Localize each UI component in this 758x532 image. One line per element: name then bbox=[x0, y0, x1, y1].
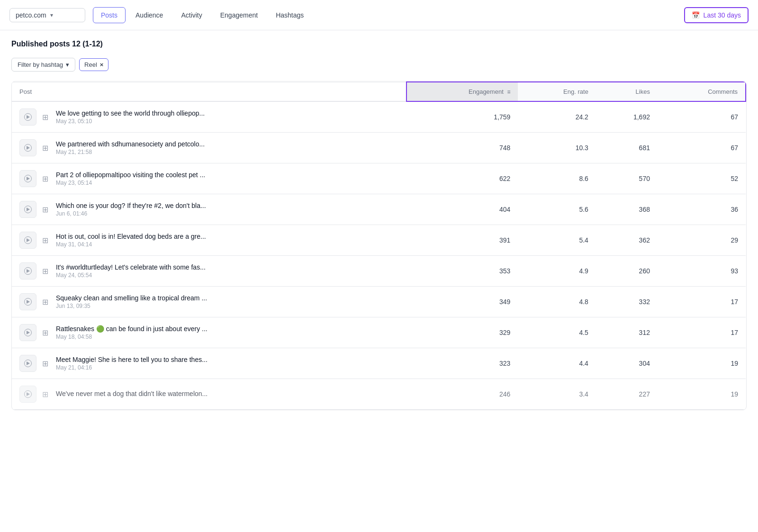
tab-engagement[interactable]: Engagement bbox=[212, 7, 266, 23]
app-container: petco.com ▾ Posts Audience Activity Enga… bbox=[0, 0, 758, 532]
post-date-7: May 18, 04:58 bbox=[56, 334, 208, 340]
post-date-3: Jun 6, 01:46 bbox=[56, 210, 206, 217]
post-text-2: Part 2 of olliepopmaltipoo visiting the … bbox=[56, 171, 205, 179]
post-thumbnail-7 bbox=[19, 324, 36, 341]
post-cell-1: ⊞ We partnered with sdhumanesociety and … bbox=[12, 133, 406, 163]
post-date-2: May 23, 05:14 bbox=[56, 180, 205, 186]
table-row[interactable]: ⊞ It's #worldturtleday! Let's celebrate … bbox=[12, 256, 746, 287]
date-filter-button[interactable]: 📅 Last 30 days bbox=[684, 7, 749, 23]
post-engagement-6: 349 bbox=[406, 287, 518, 317]
post-cell-2: ⊞ Part 2 of olliepopmaltipoo visiting th… bbox=[12, 163, 406, 194]
table-row[interactable]: ⊞ We've never met a dog that didn't like… bbox=[12, 379, 746, 410]
post-likes-0: 1,692 bbox=[596, 101, 658, 133]
post-eng-rate-2: 8.6 bbox=[518, 163, 596, 194]
post-thumbnail-3 bbox=[19, 201, 36, 218]
posts-table: Post Engagement ≡ Eng. rate Likes bbox=[12, 81, 746, 410]
post-cell-8: ⊞ Meet Maggie! She is here to tell you t… bbox=[12, 348, 406, 379]
post-cell-5: ⊞ It's #worldturtleday! Let's celebrate … bbox=[12, 256, 406, 287]
table-row[interactable]: ⊞ Hot is out, cool is in! Elevated dog b… bbox=[12, 225, 746, 256]
col-header-eng-rate[interactable]: Eng. rate bbox=[518, 82, 596, 101]
section-title: Published posts 12 (1-12) bbox=[11, 40, 747, 48]
post-likes-8: 304 bbox=[596, 348, 658, 379]
post-text-8: Meet Maggie! She is here to tell you to … bbox=[56, 356, 208, 363]
post-thumbnail-1 bbox=[19, 139, 36, 156]
post-date-5: May 24, 05:54 bbox=[56, 272, 206, 279]
play-icon-9 bbox=[24, 390, 32, 398]
play-icon-5 bbox=[24, 267, 32, 275]
post-thumbnail-4 bbox=[19, 232, 36, 249]
post-comments-4: 29 bbox=[658, 225, 746, 256]
reel-icon-4: ⊞ bbox=[42, 236, 48, 245]
post-text-3: Which one is your dog? If they're #2, we… bbox=[56, 202, 206, 209]
post-text-7: Rattlesnakes 🟢 can be found in just abou… bbox=[56, 325, 208, 333]
post-eng-rate-1: 10.3 bbox=[518, 133, 596, 163]
reel-icon-0: ⊞ bbox=[42, 113, 48, 122]
active-filter-label: Reel bbox=[84, 61, 97, 68]
play-triangle-2 bbox=[27, 177, 30, 180]
post-engagement-5: 353 bbox=[406, 256, 518, 287]
post-comments-7: 17 bbox=[658, 317, 746, 348]
table-row[interactable]: ⊞ We partnered with sdhumanesociety and … bbox=[12, 133, 746, 163]
table-row[interactable]: ⊞ Meet Maggie! She is here to tell you t… bbox=[12, 348, 746, 379]
post-thumbnail-2 bbox=[19, 170, 36, 187]
post-comments-3: 36 bbox=[658, 194, 746, 225]
post-likes-7: 312 bbox=[596, 317, 658, 348]
table-row[interactable]: ⊞ Squeaky clean and smelling like a trop… bbox=[12, 287, 746, 317]
col-header-engagement[interactable]: Engagement ≡ bbox=[406, 82, 518, 101]
post-eng-rate-4: 5.4 bbox=[518, 225, 596, 256]
play-icon-6 bbox=[24, 298, 32, 306]
nav-tabs: Posts Audience Activity Engagement Hasht… bbox=[93, 7, 684, 23]
play-icon-0 bbox=[24, 113, 32, 121]
col-header-comments[interactable]: Comments bbox=[658, 82, 746, 101]
post-cell-0: ⊞ We love getting to see the world throu… bbox=[12, 101, 406, 133]
post-comments-9: 19 bbox=[658, 379, 746, 410]
play-triangle-5 bbox=[27, 269, 30, 273]
post-eng-rate-6: 4.8 bbox=[518, 287, 596, 317]
domain-chevron-icon: ▾ bbox=[50, 12, 79, 18]
reel-icon-2: ⊞ bbox=[42, 174, 48, 183]
post-date-8: May 21, 04:16 bbox=[56, 364, 208, 371]
post-eng-rate-8: 4.4 bbox=[518, 348, 596, 379]
post-likes-9: 227 bbox=[596, 379, 658, 410]
post-comments-1: 67 bbox=[658, 133, 746, 163]
tab-audience[interactable]: Audience bbox=[127, 7, 171, 23]
post-thumbnail-5 bbox=[19, 262, 36, 280]
reel-icon-7: ⊞ bbox=[42, 328, 48, 337]
filter-hashtag-button[interactable]: Filter by hashtag ▾ bbox=[11, 58, 75, 72]
table-row[interactable]: ⊞ We love getting to see the world throu… bbox=[12, 101, 746, 133]
play-triangle-6 bbox=[27, 300, 30, 304]
tab-posts[interactable]: Posts bbox=[93, 7, 126, 23]
table-row[interactable]: ⊞ Part 2 of olliepopmaltipoo visiting th… bbox=[12, 163, 746, 194]
play-icon-1 bbox=[24, 144, 32, 152]
top-nav: petco.com ▾ Posts Audience Activity Enga… bbox=[0, 0, 758, 30]
post-likes-5: 260 bbox=[596, 256, 658, 287]
reel-icon-8: ⊞ bbox=[42, 359, 48, 368]
col-header-likes[interactable]: Likes bbox=[596, 82, 658, 101]
post-likes-1: 681 bbox=[596, 133, 658, 163]
domain-selector[interactable]: petco.com ▾ bbox=[9, 8, 85, 22]
post-engagement-0: 1,759 bbox=[406, 101, 518, 133]
table-row[interactable]: ⊞ Which one is your dog? If they're #2, … bbox=[12, 194, 746, 225]
post-cell-9: ⊞ We've never met a dog that didn't like… bbox=[12, 379, 406, 410]
post-text-4: Hot is out, cool is in! Elevated dog bed… bbox=[56, 233, 206, 240]
remove-filter-button[interactable]: × bbox=[100, 62, 104, 68]
tab-hashtags[interactable]: Hashtags bbox=[268, 7, 312, 23]
post-text-5: It's #worldturtleday! Let's celebrate wi… bbox=[56, 263, 206, 271]
active-filter-tag: Reel × bbox=[79, 58, 108, 71]
play-icon-8 bbox=[24, 360, 32, 367]
post-engagement-4: 391 bbox=[406, 225, 518, 256]
post-cell-7: ⊞ Rattlesnakes 🟢 can be found in just ab… bbox=[12, 317, 406, 348]
play-triangle-1 bbox=[27, 146, 30, 150]
post-cell-3: ⊞ Which one is your dog? If they're #2, … bbox=[12, 194, 406, 225]
post-comments-2: 52 bbox=[658, 163, 746, 194]
posts-table-wrapper: Post Engagement ≡ Eng. rate Likes bbox=[11, 81, 747, 410]
tab-activity[interactable]: Activity bbox=[173, 7, 210, 23]
post-engagement-2: 622 bbox=[406, 163, 518, 194]
post-eng-rate-5: 4.9 bbox=[518, 256, 596, 287]
post-text-9: We've never met a dog that didn't like w… bbox=[56, 390, 208, 397]
post-likes-4: 362 bbox=[596, 225, 658, 256]
table-row[interactable]: ⊞ Rattlesnakes 🟢 can be found in just ab… bbox=[12, 317, 746, 348]
post-text-0: We love getting to see the world through… bbox=[56, 109, 205, 117]
play-icon-2 bbox=[24, 175, 32, 182]
post-thumbnail-6 bbox=[19, 293, 36, 310]
